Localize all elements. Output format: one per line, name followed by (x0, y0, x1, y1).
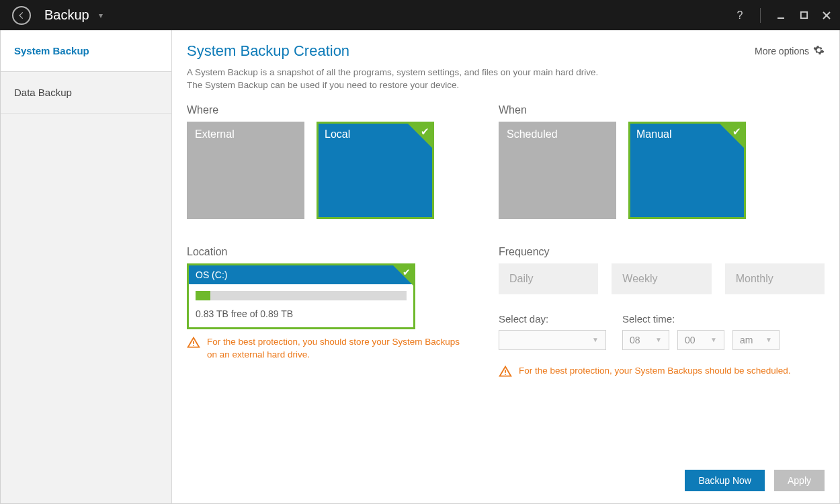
sidebar-item-label: Data Backup (14, 87, 72, 98)
frequency-option-weekly[interactable]: Weekly (612, 263, 711, 294)
sidebar-item-system-backup[interactable]: System Backup (1, 30, 171, 72)
apply-button[interactable]: Apply (774, 470, 825, 491)
location-drive-name: OS (C:) (196, 269, 227, 280)
select-minute-value: 00 (685, 335, 696, 345)
back-button[interactable] (12, 6, 31, 25)
main-content: System Backup Creation More options A Sy… (172, 30, 839, 503)
location-warning: For the best protection, you should stor… (187, 336, 469, 362)
when-label: When (499, 104, 825, 116)
gear-icon (813, 44, 825, 58)
select-hour-value: 08 (630, 335, 640, 345)
tile-label: Manual (636, 128, 671, 140)
arrow-left-icon (17, 11, 26, 20)
location-card[interactable]: OS (C:) ✔ 0.83 TB free of 0.89 TB (187, 263, 415, 329)
chevron-down-icon[interactable]: ▾ (99, 11, 103, 20)
sidebar-item-data-backup[interactable]: Data Backup (1, 72, 171, 114)
check-icon: ✔ (732, 126, 741, 138)
location-label: Location (187, 246, 469, 258)
select-minute-dropdown[interactable]: 00 ▼ (677, 330, 724, 350)
help-button[interactable]: ? (733, 9, 747, 22)
description-line1: A System Backup is a snapshot of all the… (187, 67, 825, 79)
svg-point-5 (193, 345, 194, 346)
tile-label: External (195, 128, 235, 140)
check-icon: ✔ (403, 267, 411, 278)
footer: Backup Now Apply (187, 456, 825, 491)
minimize-button[interactable] (774, 9, 788, 22)
select-ampm-value: am (740, 335, 753, 345)
where-label: Where (187, 104, 469, 116)
chevron-down-icon: ▼ (710, 336, 717, 343)
tile-label: Scheduled (507, 128, 558, 140)
schedule-warning-text: For the best protection, your System Bac… (519, 365, 790, 378)
description-line2: The System Backup can be used if you nee… (187, 79, 825, 92)
warning-icon (187, 336, 200, 349)
select-day-dropdown[interactable]: ▼ (499, 330, 606, 350)
description: A System Backup is a snapshot of all the… (187, 67, 825, 92)
svg-point-7 (505, 374, 506, 375)
where-option-external[interactable]: External ✔ (187, 122, 304, 219)
close-button[interactable] (820, 9, 833, 22)
storage-free-text: 0.83 TB free of 0.89 TB (196, 308, 407, 319)
page-title: System Backup Creation (187, 42, 349, 60)
when-option-scheduled[interactable]: Scheduled ✔ (499, 122, 616, 219)
tile-label: Local (325, 128, 350, 140)
sidebar: System Backup Data Backup (1, 30, 172, 503)
backup-now-button[interactable]: Backup Now (685, 470, 765, 491)
when-option-manual[interactable]: Manual ✔ (628, 122, 746, 219)
schedule-warning: For the best protection, your System Bac… (499, 365, 825, 378)
chevron-down-icon: ▼ (655, 336, 662, 343)
more-options-label: More options (755, 46, 809, 56)
chevron-down-icon: ▼ (765, 336, 772, 343)
check-icon: ✔ (421, 126, 429, 138)
select-ampm-dropdown[interactable]: am ▼ (732, 330, 780, 350)
separator (760, 8, 761, 23)
select-hour-dropdown[interactable]: 08 ▼ (622, 330, 669, 350)
location-warning-text: For the best protection, you should stor… (207, 336, 469, 362)
frequency-option-daily[interactable]: Daily (499, 263, 598, 294)
select-day-label: Select day: (499, 313, 606, 325)
window-title: Backup (44, 7, 89, 23)
frequency-label: Frequency (499, 246, 825, 258)
where-option-local[interactable]: Local ✔ (317, 122, 434, 219)
storage-bar (196, 291, 407, 300)
sidebar-item-label: System Backup (14, 45, 89, 56)
title-bar: Backup ▾ ? (0, 0, 840, 30)
more-options-button[interactable]: More options (755, 44, 825, 58)
storage-bar-fill (196, 291, 210, 300)
warning-icon (499, 365, 512, 378)
chevron-down-icon: ▼ (592, 336, 599, 343)
svg-rect-1 (800, 12, 806, 18)
frequency-option-monthly[interactable]: Monthly (725, 263, 825, 294)
maximize-button[interactable] (797, 9, 810, 22)
select-time-label: Select time: (622, 313, 780, 325)
